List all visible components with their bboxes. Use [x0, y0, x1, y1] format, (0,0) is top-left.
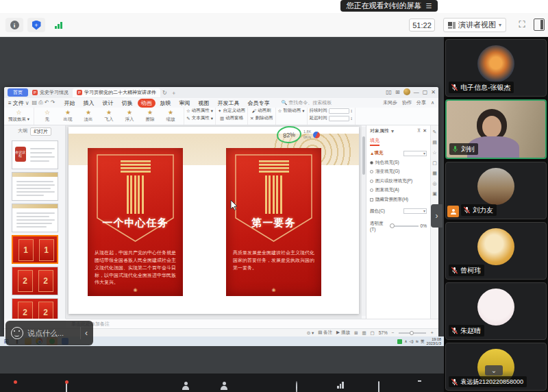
slide-thumbnail[interactable]: 会议议程 — [12, 140, 58, 169]
text-properties-button[interactable]: ✎ 文本属性 ▾ — [186, 115, 213, 121]
fill-type-dropdown[interactable] — [403, 151, 427, 156]
eye-mode-icon[interactable]: ⊙ ▾ — [307, 330, 314, 336]
ribbon-tab-start[interactable]: 开始 — [61, 99, 79, 108]
participant-tile[interactable]: 曾柯玮 — [445, 222, 547, 280]
sidebar-layout-button[interactable] — [534, 19, 545, 31]
apps-grid-icon[interactable]: ⊞ — [395, 89, 400, 95]
current-slide-canvas[interactable]: 一个中心任务 从现在起，中国共产党的中心任务就是团结带领全国各族人民全面建成社会… — [68, 127, 359, 314]
ribbon-tab-view[interactable]: 视图 — [195, 99, 213, 108]
view-read-icon[interactable]: ▢ — [371, 330, 375, 336]
wps-home-tab[interactable]: 首页 — [8, 88, 28, 97]
slide-thumbnail[interactable]: 2 2 — [12, 267, 58, 295]
ribbon-tab-dev[interactable]: 开发工具 — [214, 99, 243, 108]
notes-toggle[interactable]: ▤ 备注 — [318, 330, 332, 336]
slides-tab[interactable]: 幻灯片 — [30, 127, 51, 136]
maximize-button[interactable]: ▢ — [423, 89, 428, 95]
ribbon-tab-design[interactable]: 设计 — [99, 99, 117, 108]
quick-access-toolbar[interactable]: ▤ ⎙ ↶ ↷ — [32, 99, 55, 106]
properties-strip-icon[interactable]: ✎ — [433, 130, 437, 135]
tray-network-icon[interactable]: ≋ — [415, 339, 419, 343]
tray-ime-icon[interactable]: 英 — [421, 339, 425, 344]
meeting-info-button[interactable]: i — [5, 18, 23, 32]
camera-button[interactable] — [66, 382, 67, 392]
more-strip-icon[interactable]: ▣ — [432, 191, 437, 197]
animation-properties-button[interactable]: ☆ 动画属性 ▾ — [186, 108, 213, 114]
notes-bar[interactable]: 单击此处添加备注 — [66, 319, 438, 328]
ribbon-tab-slideshow[interactable]: 放映 — [157, 99, 175, 108]
delete-animation-button[interactable]: ✕ 删除动画 — [250, 115, 273, 121]
network-quality-button[interactable] — [49, 18, 67, 32]
pin-icon[interactable]: ⊼ — [417, 128, 421, 134]
preset-appear[interactable]: ★出现 — [58, 110, 78, 123]
zoom-slider[interactable] — [399, 332, 426, 334]
fill-tab[interactable]: 填充 — [370, 137, 379, 146]
participant-tile-speaking[interactable]: 刘钊 — [445, 99, 547, 159]
slide-thumbnail[interactable]: 2 2 — [12, 298, 58, 319]
emoji-icon[interactable] — [11, 327, 23, 339]
hide-background-checkbox[interactable]: 隐藏背景图形(H) — [370, 197, 427, 203]
fullscreen-button[interactable]: ⛶ — [516, 19, 528, 31]
delay-field[interactable]: 延迟时间↕ — [310, 115, 353, 121]
transparency-slider[interactable]: 透明度(T) 0% — [370, 221, 427, 232]
preset-none[interactable]: ☆无 — [37, 110, 58, 123]
sync-status[interactable]: 未同步 — [383, 99, 397, 106]
preset-wipe[interactable]: ★擦除 — [140, 110, 160, 123]
play-button[interactable]: ▶ 播放 — [336, 330, 350, 336]
chat-input[interactable]: 说点什么... — [27, 328, 76, 339]
taskbar-clock[interactable]: 19:082023/1/3 — [427, 337, 441, 346]
close-button[interactable]: ✕ — [431, 89, 436, 95]
share-button[interactable]: 分享 — [416, 99, 426, 106]
preset-effects-button[interactable]: ☆ 预设效果 ▾ — [4, 108, 34, 125]
duration-field[interactable]: 持续时间↕ — [310, 108, 353, 114]
record-button[interactable] — [296, 382, 297, 392]
chart-strip-icon[interactable]: ▦ — [432, 171, 437, 176]
tray-expand-icon[interactable]: ∧ — [404, 339, 407, 343]
zoom-out-button[interactable]: − — [392, 330, 395, 335]
ribbon-tab-animation[interactable]: 动画 — [138, 99, 155, 108]
security-button[interactable]: + — [27, 18, 45, 32]
animation-pane-button[interactable]: ▥ 动画窗格 — [220, 115, 243, 121]
new-tab-button[interactable]: ＋ — [171, 89, 177, 97]
outline-tab[interactable]: 大纲 — [18, 127, 27, 136]
layout-strip-icon[interactable]: ▤ — [432, 140, 437, 145]
minimize-button[interactable]: — — [414, 89, 419, 95]
chat-collapse-icon[interactable]: ‹ — [85, 328, 88, 338]
view-mode-button[interactable]: 演讲者视图 ▾ — [443, 18, 506, 32]
smart-animation-button[interactable]: ☆ 智能动画 ▾ — [278, 108, 305, 114]
file-menu[interactable]: ≡ 文件 ∨ — [8, 99, 29, 107]
recommend-strip-icon[interactable]: ☆ — [432, 150, 436, 156]
participant-tile[interactable]: 刘力友 — [445, 162, 547, 219]
color-dropdown[interactable] — [403, 208, 427, 214]
fill-option-pattern[interactable]: 图案填充(A) — [370, 187, 427, 193]
participants-collapse-button[interactable]: ⌄ — [485, 365, 503, 376]
preset-fly-in[interactable]: ★飞入 — [99, 110, 119, 123]
preset-float-in[interactable]: ★浮入 — [119, 110, 140, 123]
custom-animation-button[interactable]: ✦ 自定义动画 — [218, 108, 245, 114]
collaborate-button[interactable]: 协作 — [402, 99, 412, 106]
wps-doc-tab-2[interactable]: P 学习贯彻党的二十大精神宣讲课件 — [73, 88, 160, 97]
participant-tile[interactable]: 朱赵晴 — [445, 282, 547, 340]
slide-thumbnail[interactable] — [12, 204, 58, 232]
split-view-icon[interactable]: ▯▯ — [386, 89, 392, 95]
banner-first-priority[interactable]: 第一要务 高质量发展是全面建设社会主义现代化国家的首要任务，发展是党执政兴国的第… — [226, 148, 321, 296]
fill-option-gradient[interactable]: 渐变填充(G) — [370, 169, 427, 175]
ribbon-tab-insert[interactable]: 插入 — [80, 99, 98, 108]
fill-option-picture[interactable]: 图片或纹理填充(P) — [370, 178, 427, 184]
banner-menu-icon[interactable]: ☰ — [426, 2, 432, 10]
apps-button[interactable] — [378, 382, 379, 392]
ribbon-tab-member[interactable]: 会员专享 — [245, 99, 273, 108]
command-search-input[interactable]: 🔍查找命令、搜索模板 — [282, 99, 332, 106]
zoom-in-button[interactable]: ＋ — [430, 330, 435, 336]
stats-button[interactable] — [337, 382, 344, 389]
ribbon-tab-review[interactable]: 审阅 — [176, 99, 194, 108]
wps-doc-tab-1[interactable]: P 党史学习情况 — [28, 88, 73, 97]
view-sorter-icon[interactable]: ▥ — [362, 330, 366, 336]
preset-zoom[interactable]: ★缩放 — [160, 110, 181, 123]
panel-expand-handle[interactable]: › — [431, 204, 443, 228]
refresh-tab-icon[interactable]: ↻ — [162, 90, 167, 96]
animation-painter-button[interactable]: 🖌 动画刷 — [252, 108, 271, 114]
collapse-ribbon-icon[interactable]: ∧ — [431, 100, 434, 106]
view-normal-icon[interactable]: ⊞ — [354, 330, 358, 336]
tray-green-icon[interactable] — [397, 339, 402, 344]
preset-fade[interactable]: ★淡出 — [78, 110, 99, 123]
